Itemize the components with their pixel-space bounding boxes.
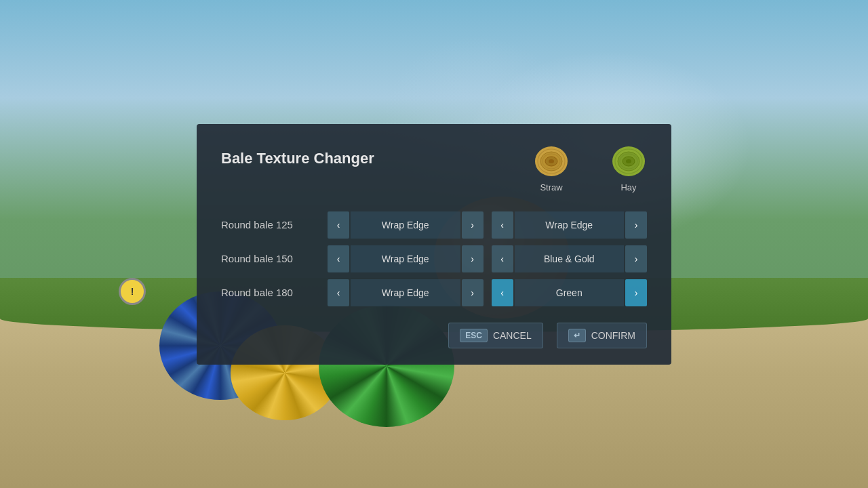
bale-type-straw: Straw bbox=[533, 143, 570, 192]
hay-prev-btn-125[interactable]: ‹ bbox=[492, 211, 513, 239]
straw-selector-125: ‹ Wrap Edge › bbox=[328, 211, 484, 239]
straw-next-btn-125[interactable]: › bbox=[462, 211, 484, 239]
table-row: Round bale 180 ‹ Wrap Edge › ‹ Green › bbox=[221, 279, 647, 306]
straw-label: Straw bbox=[540, 182, 562, 192]
straw-value-150: Wrap Edge bbox=[351, 245, 460, 272]
confirm-key: ↵ bbox=[568, 329, 586, 342]
dialog: Bale Texture Changer Straw bbox=[197, 124, 671, 365]
bale-row-label: Round bale 150 bbox=[221, 253, 319, 264]
confirm-label: CONFIRM bbox=[591, 330, 635, 341]
straw-prev-btn-180[interactable]: ‹ bbox=[328, 279, 349, 306]
table-row: Round bale 150 ‹ Wrap Edge › ‹ Blue & Go… bbox=[221, 245, 647, 272]
hay-value-150: Blue & Gold bbox=[515, 245, 625, 272]
bale-types: Straw Hay bbox=[533, 143, 647, 192]
hay-value-125: Wrap Edge bbox=[515, 211, 625, 239]
straw-next-btn-150[interactable]: › bbox=[462, 245, 484, 272]
bale-type-hay: Hay bbox=[610, 143, 647, 192]
dialog-footer: ESC CANCEL ↵ CONFIRM bbox=[221, 323, 647, 348]
dialog-title: Bale Texture Changer bbox=[221, 150, 374, 167]
cancel-button[interactable]: ESC CANCEL bbox=[448, 323, 542, 348]
bale-row-label: Round bale 180 bbox=[221, 287, 319, 298]
hay-selector-150: ‹ Blue & Gold › bbox=[492, 245, 648, 272]
table-row: Round bale 125 ‹ Wrap Edge › ‹ Wrap Edge… bbox=[221, 211, 647, 239]
straw-selector-150: ‹ Wrap Edge › bbox=[328, 245, 484, 272]
confirm-button[interactable]: ↵ CONFIRM bbox=[557, 323, 647, 348]
cancel-key: ESC bbox=[460, 329, 488, 342]
hay-selector-125: ‹ Wrap Edge › bbox=[492, 211, 648, 239]
straw-value-125: Wrap Edge bbox=[351, 211, 460, 239]
straw-next-btn-180[interactable]: › bbox=[462, 279, 484, 306]
hay-next-btn-125[interactable]: › bbox=[625, 211, 647, 239]
rows-container: Round bale 125 ‹ Wrap Edge › ‹ Wrap Edge… bbox=[221, 211, 647, 306]
hay-prev-btn-150[interactable]: ‹ bbox=[492, 245, 513, 272]
hay-prev-btn-180[interactable]: ‹ bbox=[492, 279, 513, 306]
straw-prev-btn-150[interactable]: ‹ bbox=[328, 245, 349, 272]
svg-point-3 bbox=[549, 159, 554, 163]
straw-value-180: Wrap Edge bbox=[351, 279, 460, 306]
straw-prev-btn-125[interactable]: ‹ bbox=[328, 211, 349, 239]
cancel-label: CANCEL bbox=[493, 330, 532, 341]
straw-selector-180: ‹ Wrap Edge › bbox=[328, 279, 484, 306]
hay-value-180: Green bbox=[515, 279, 625, 306]
dialog-header: Bale Texture Changer Straw bbox=[221, 143, 647, 192]
straw-bale-icon bbox=[533, 143, 570, 180]
svg-point-9 bbox=[626, 159, 631, 163]
bale-row-label: Round bale 125 bbox=[221, 219, 319, 230]
hay-bale-icon bbox=[610, 143, 647, 180]
hay-selector-180: ‹ Green › bbox=[492, 279, 648, 306]
hay-label: Hay bbox=[620, 182, 636, 192]
hay-next-btn-150[interactable]: › bbox=[625, 245, 647, 272]
hay-next-btn-180[interactable]: › bbox=[625, 279, 647, 306]
dialog-overlay: Bale Texture Changer Straw bbox=[0, 0, 868, 488]
